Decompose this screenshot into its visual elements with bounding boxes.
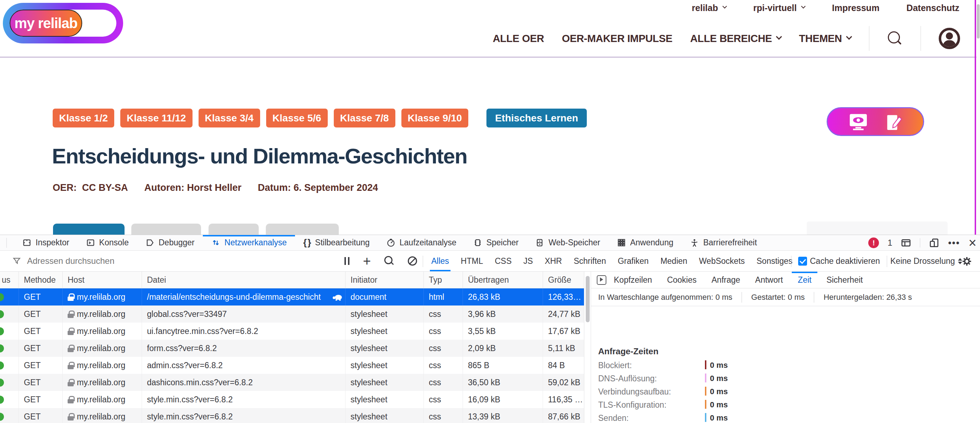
network-settings-gear-icon[interactable] xyxy=(961,255,973,270)
nav-oer-maker-impulse[interactable]: OER-MAKER IMPULSE xyxy=(562,33,673,45)
column-typ[interactable]: Typ xyxy=(424,272,463,288)
tag-klasse-9-10[interactable]: Klasse 9/10 xyxy=(401,109,469,128)
tab-inspektor[interactable]: Inspektor xyxy=(14,235,78,250)
column-datei[interactable]: Datei xyxy=(142,272,345,288)
nav-alle-bereiche[interactable]: ALLE BEREICHE xyxy=(690,33,781,45)
request-file: form.css?ver=6.8.2 xyxy=(142,340,345,357)
top-nav-datenschutz[interactable]: Datenschutz xyxy=(906,3,959,13)
column-uebertragen[interactable]: Übertragen xyxy=(463,272,543,288)
column-initiator[interactable]: Initiator xyxy=(345,272,424,288)
nav-alle-oer[interactable]: ALLE OER xyxy=(493,33,544,45)
table-row[interactable]: GET my.relilab.org admin.css?ver=6.8.2 s… xyxy=(0,357,584,374)
content-tab[interactable] xyxy=(266,223,339,235)
filter-sonstiges[interactable]: Sonstiges xyxy=(757,251,792,271)
tab-web-speicher[interactable]: Web-Speicher xyxy=(527,235,608,250)
tag-klasse-11-12[interactable]: Klasse 11/12 xyxy=(120,109,192,128)
tab-netzwerkanalyse[interactable]: Netzwerkanalyse xyxy=(203,235,295,250)
add-request-icon[interactable]: + xyxy=(363,255,371,267)
search-icon[interactable] xyxy=(887,30,903,46)
tab-anwendung[interactable]: Anwendung xyxy=(608,235,682,250)
tab-stilbearbeitung[interactable]: { } Stilbearbeitung xyxy=(295,235,378,250)
detail-tab-cookies[interactable]: Cookies xyxy=(659,272,704,288)
status-ok-dot xyxy=(0,361,4,370)
accessibility-icon xyxy=(690,238,699,247)
detail-tab-zeit[interactable]: Zeit xyxy=(790,272,819,288)
tag-klasse-3-4[interactable]: Klasse 3/4 xyxy=(199,109,260,128)
timing-row-blocked: Blockiert: 0 ms xyxy=(591,359,980,372)
tag-ethisches-lernen[interactable]: Ethisches Lernen xyxy=(487,109,586,128)
split-console-icon[interactable] xyxy=(900,238,911,248)
table-row[interactable]: GET my.relilab.org style.min.css?ver=6.8… xyxy=(0,408,584,423)
close-devtools-icon[interactable]: × xyxy=(969,238,977,248)
column-groesse[interactable]: Größe xyxy=(543,272,584,288)
throttling-label: Keine Drosselung xyxy=(890,256,955,266)
meta-date: Datum: 6. September 2024 xyxy=(258,182,378,193)
nav-themen[interactable]: THEMEN xyxy=(799,33,851,45)
error-badge-icon[interactable]: ! xyxy=(868,238,879,248)
detail-tab-sicherheit[interactable]: Sicherheit xyxy=(819,272,870,288)
scrollbar-thumb[interactable] xyxy=(977,4,980,38)
main-nav: ALLE OER OER-MAKER IMPULSE ALLE BEREICHE… xyxy=(493,26,960,51)
throttling-select[interactable]: Keine Drosselung xyxy=(890,251,962,271)
detail-tab-anfrage[interactable]: Anfrage xyxy=(704,272,748,288)
tab-barrierefreiheit[interactable]: Barrierefreiheit xyxy=(681,235,765,250)
tag-klasse-1-2[interactable]: Klasse 1/2 xyxy=(52,109,114,128)
detail-tab-kopfzeilen[interactable]: Kopfzeilen xyxy=(606,272,659,288)
pause-icon[interactable] xyxy=(344,257,350,265)
tab-debugger[interactable]: Debugger xyxy=(137,235,203,250)
filter-medien[interactable]: Medien xyxy=(660,251,687,271)
tab-laufzeitanalyse[interactable]: Laufzeitanalyse xyxy=(378,235,465,250)
search-input[interactable] xyxy=(27,256,240,266)
braces-icon: { } xyxy=(303,237,311,248)
browser-scrollbar[interactable] xyxy=(977,0,980,235)
block-icon[interactable] xyxy=(408,256,417,266)
table-row[interactable]: GET my.relilab.org style.min.css?ver=6.8… xyxy=(0,391,584,408)
meta-row: OER: CC BY-SA Autoren: Horst Heller Datu… xyxy=(52,182,378,193)
tab-konsole[interactable]: Konsole xyxy=(78,235,137,250)
user-avatar-icon[interactable] xyxy=(939,28,960,49)
table-row[interactable]: GET my.relilab.org /material/entscheidun… xyxy=(0,289,584,305)
cache-checkbox[interactable] xyxy=(798,257,807,266)
top-nav-relilab[interactable]: relilab xyxy=(692,3,726,13)
top-nav-rpi-virtuell[interactable]: rpi-virtuell xyxy=(753,3,805,13)
more-options-icon[interactable]: ••• xyxy=(948,238,960,249)
column-host[interactable]: Host xyxy=(63,272,142,288)
table-row[interactable]: GET my.relilab.org dashicons.min.css?ver… xyxy=(0,374,584,391)
request-type-filters: Alles HTML CSS JS XHR Schriften Grafiken… xyxy=(431,251,792,271)
top-nav-impressum[interactable]: Impressum xyxy=(832,3,879,13)
oer-license[interactable]: CC BY-SA xyxy=(82,182,128,193)
tab-speicher[interactable]: Speicher xyxy=(465,235,527,250)
request-size: 59,02 kB xyxy=(543,374,584,391)
scrollbar-thumb[interactable] xyxy=(586,276,590,322)
responsive-design-icon[interactable] xyxy=(929,238,939,248)
content-tab[interactable] xyxy=(208,223,259,235)
search-icon[interactable] xyxy=(384,256,394,266)
host-text: my.relilab.org xyxy=(77,412,125,421)
timing-value: 0 ms xyxy=(710,361,728,370)
site-header: my relilab relilab rpi-virtuell Impressu… xyxy=(0,0,980,58)
sidebar-toggle-icon[interactable] xyxy=(597,275,606,285)
column-status[interactable]: us xyxy=(0,272,19,288)
preview-edit-button[interactable] xyxy=(827,107,924,136)
tag-klasse-7-8[interactable]: Klasse 7/8 xyxy=(334,109,395,128)
filter-schriften[interactable]: Schriften xyxy=(574,251,606,271)
filter-alles[interactable]: Alles xyxy=(431,251,449,271)
tag-klasse-5-6[interactable]: Klasse 5/6 xyxy=(266,109,328,128)
detail-tab-antwort[interactable]: Antwort xyxy=(748,272,790,288)
request-timings: Anfrage-Zeiten Blockiert: 0 ms DNS-Auflö… xyxy=(591,346,980,423)
filter-xhr[interactable]: XHR xyxy=(545,251,562,271)
filter-websockets[interactable]: WebSockets xyxy=(699,251,745,271)
table-row[interactable]: GET my.relilab.org form.css?ver=6.8.2 st… xyxy=(0,340,584,357)
table-row[interactable]: GET my.relilab.org global.css?ver=33497 … xyxy=(0,305,584,322)
column-methode[interactable]: Methode xyxy=(19,272,63,288)
filter-css[interactable]: CSS xyxy=(495,251,511,271)
table-scrollbar[interactable] xyxy=(584,272,591,423)
tab-label: Inspektor xyxy=(36,238,69,247)
site-logo[interactable]: my relilab xyxy=(3,3,123,43)
filter-html[interactable]: HTML xyxy=(461,251,483,271)
filter-grafiken[interactable]: Grafiken xyxy=(618,251,649,271)
content-tab[interactable] xyxy=(131,223,201,235)
filter-js[interactable]: JS xyxy=(523,251,533,271)
content-tab-active[interactable] xyxy=(53,223,124,235)
table-row[interactable]: GET my.relilab.org ui.fancytree.min.css?… xyxy=(0,322,584,340)
